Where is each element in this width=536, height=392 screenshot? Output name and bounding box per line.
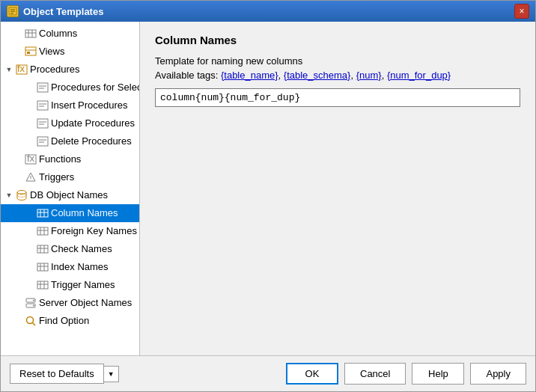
spacer9 — [25, 208, 35, 218]
sidebar-item-insert-procedures[interactable]: Insert Procedures — [1, 97, 139, 114]
insert-proc-label: Insert Procedures — [51, 98, 128, 113]
proc-select-icon — [37, 82, 49, 94]
svg-rect-2 — [10, 11, 15, 13]
tags-line: Available tags: {table_name}, {table_sch… — [155, 70, 520, 81]
db-object-names-label: DB Object Names — [30, 188, 108, 203]
procedures-icon: fx — [16, 64, 28, 76]
server-obj-names-label: Server Object Names — [39, 295, 132, 310]
svg-rect-47 — [37, 281, 48, 289]
tag-table-schema[interactable]: {table_schema} — [284, 70, 351, 81]
functions-label: Functions — [39, 152, 81, 167]
columns-icon — [25, 28, 37, 40]
sidebar-item-functions[interactable]: fx Functions — [1, 150, 139, 168]
sidebar-item-procedures-for-select[interactable]: Procedures for Select — [1, 79, 139, 97]
sidebar-item-index-names[interactable]: Index Names — [1, 258, 139, 276]
svg-rect-10 — [27, 52, 30, 54]
footer: Reset to Defaults ▼ OK Cancel Help Apply — [1, 355, 535, 391]
svg-rect-13 — [37, 83, 48, 92]
spacer13 — [25, 280, 35, 290]
sidebar-item-db-object-names[interactable]: ▼ DB Object Names — [1, 186, 139, 204]
sidebar-item-triggers[interactable]: Triggers — [1, 168, 139, 186]
triggers-icon — [25, 171, 37, 183]
reset-to-defaults-button[interactable]: Reset to Defaults — [10, 364, 104, 384]
window-icon — [7, 5, 19, 17]
check-icon — [37, 243, 49, 255]
sidebar-item-procedures[interactable]: ▼ fx Procedures — [1, 61, 139, 79]
svg-text:fx: fx — [17, 64, 25, 74]
trigger-names-icon — [37, 279, 49, 291]
spacer3 — [25, 82, 35, 93]
sidebar-item-find-option[interactable]: Find Option — [1, 312, 139, 330]
proc-select-label: Procedures for Select — [51, 80, 140, 95]
db-expand-icon: ▼ — [4, 190, 14, 200]
svg-point-53 — [33, 300, 34, 301]
help-button[interactable]: Help — [412, 363, 464, 385]
svg-rect-31 — [37, 209, 48, 217]
template-input[interactable] — [155, 88, 520, 107]
footer-left: Reset to Defaults ▼ — [10, 364, 119, 384]
spacer10 — [25, 226, 35, 236]
sidebar-item-delete-procedures[interactable]: Delete Procedures — [1, 132, 139, 150]
spacer-icon — [13, 28, 23, 39]
functions-icon: fx — [25, 153, 37, 165]
main-content: Columns Views ▼ fx Procedures — [1, 22, 535, 355]
svg-rect-8 — [25, 47, 36, 55]
insert-proc-icon — [37, 99, 49, 111]
sidebar-item-server-object-names[interactable]: Server Object Names — [1, 294, 139, 312]
svg-rect-35 — [37, 227, 48, 235]
sidebar-item-columns[interactable]: Columns — [1, 25, 139, 43]
svg-rect-22 — [37, 137, 48, 146]
close-button[interactable]: × — [514, 4, 529, 19]
spacer8 — [13, 172, 23, 183]
col-names-icon — [37, 207, 49, 219]
index-names-label: Index Names — [51, 260, 109, 275]
ok-button[interactable]: OK — [286, 363, 338, 385]
server-icon — [25, 297, 37, 309]
column-names-label: Column Names — [51, 206, 118, 221]
tags-label: Available tags: — [155, 70, 218, 81]
panel-title: Column Names — [155, 34, 520, 46]
spacer6 — [25, 136, 35, 147]
views-label: Views — [39, 44, 64, 59]
delete-proc-icon — [37, 135, 49, 147]
spacer7 — [13, 154, 23, 165]
spacer14 — [13, 298, 23, 308]
reset-dropdown-button[interactable]: ▼ — [104, 366, 119, 382]
columns-label: Columns — [39, 26, 77, 41]
fk-names-label: Foreign Key Names — [51, 224, 137, 239]
spacer4 — [25, 100, 35, 111]
sidebar-item-update-procedures[interactable]: Update Procedures — [1, 114, 139, 132]
apply-button[interactable]: Apply — [470, 363, 526, 385]
svg-rect-4 — [25, 30, 36, 37]
sidebar-item-column-names[interactable]: Column Names — [1, 204, 139, 222]
template-label: Template for naming new columns — [155, 55, 520, 67]
svg-rect-39 — [37, 245, 48, 253]
spacer-icon2 — [13, 46, 23, 57]
trigger-names-label: Trigger Names — [51, 278, 115, 293]
footer-right: OK Cancel Help Apply — [286, 363, 526, 385]
procedures-expand-icon: ▼ — [4, 64, 14, 75]
svg-rect-3 — [10, 13, 13, 14]
views-icon — [25, 46, 37, 58]
title-bar: Object Templates × — [1, 1, 535, 22]
svg-rect-1 — [10, 9, 15, 10]
tag-num-for-dup[interactable]: {num_for_dup} — [387, 70, 451, 81]
spacer11 — [25, 244, 35, 254]
svg-rect-43 — [37, 263, 48, 271]
svg-point-54 — [33, 305, 34, 307]
procedures-label: Procedures — [30, 62, 79, 77]
delete-proc-label: Delete Procedures — [51, 134, 132, 149]
tag-table-name[interactable]: {table_name} — [221, 70, 278, 81]
index-icon — [37, 261, 49, 273]
sidebar-item-trigger-names[interactable]: Trigger Names — [1, 276, 139, 294]
find-icon — [25, 315, 37, 327]
cancel-button[interactable]: Cancel — [344, 363, 406, 385]
update-proc-icon — [37, 117, 49, 129]
tag-num[interactable]: {num} — [356, 70, 382, 81]
sidebar-item-foreign-key-names[interactable]: Foreign Key Names — [1, 222, 139, 240]
sidebar-item-views[interactable]: Views — [1, 43, 139, 61]
sidebar-item-check-names[interactable]: Check Names — [1, 240, 139, 258]
window-title: Object Templates — [23, 6, 514, 17]
fk-icon — [37, 225, 49, 237]
triggers-label: Triggers — [39, 170, 74, 185]
